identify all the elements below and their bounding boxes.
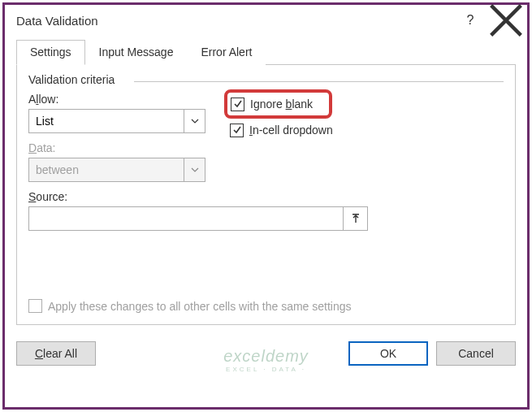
tab-strip: Settings Input Message Error Alert: [16, 39, 516, 65]
ok-button[interactable]: OK: [348, 341, 428, 366]
titlebar: Data Validation ?: [5, 5, 527, 36]
tab-settings[interactable]: Settings: [16, 40, 85, 65]
tab-error-alert[interactable]: Error Alert: [187, 40, 266, 65]
checkmark-icon: [231, 98, 244, 111]
chevron-down-icon: [184, 110, 205, 132]
chevron-down-icon: [184, 158, 205, 181]
clear-all-button[interactable]: Clear All: [16, 341, 96, 366]
watermark: exceldemy EXCEL · DATA ·: [223, 347, 309, 373]
data-select: between: [28, 158, 205, 182]
ignore-blank-checkbox[interactable]: Ignore blank: [231, 94, 313, 114]
allow-label: Allow:: [28, 93, 227, 106]
incell-dropdown-checkbox[interactable]: In-cell dropdown: [230, 120, 333, 140]
source-input-wrap: [28, 206, 368, 231]
source-label: Source:: [28, 190, 504, 203]
settings-pane: Validation criteria Allow: List: [16, 65, 516, 325]
apply-all-checkbox: Apply these changes to all other cells w…: [28, 299, 352, 313]
dialog-title: Data Validation: [16, 14, 452, 28]
criteria-legend: Validation criteria: [28, 73, 504, 86]
data-label: Data:: [28, 141, 227, 154]
highlight-annotation: Ignore blank: [224, 89, 332, 119]
range-picker-button[interactable]: [343, 207, 367, 230]
allow-select[interactable]: List: [28, 109, 205, 133]
svg-rect-0: [353, 214, 359, 215]
source-input[interactable]: [29, 207, 343, 230]
cancel-button[interactable]: Cancel: [436, 341, 516, 366]
help-button[interactable]: ?: [452, 7, 488, 33]
checkbox-empty-icon: [28, 299, 42, 313]
close-button[interactable]: [488, 7, 524, 33]
tab-input-message[interactable]: Input Message: [85, 40, 188, 65]
checkmark-icon: [230, 124, 244, 137]
